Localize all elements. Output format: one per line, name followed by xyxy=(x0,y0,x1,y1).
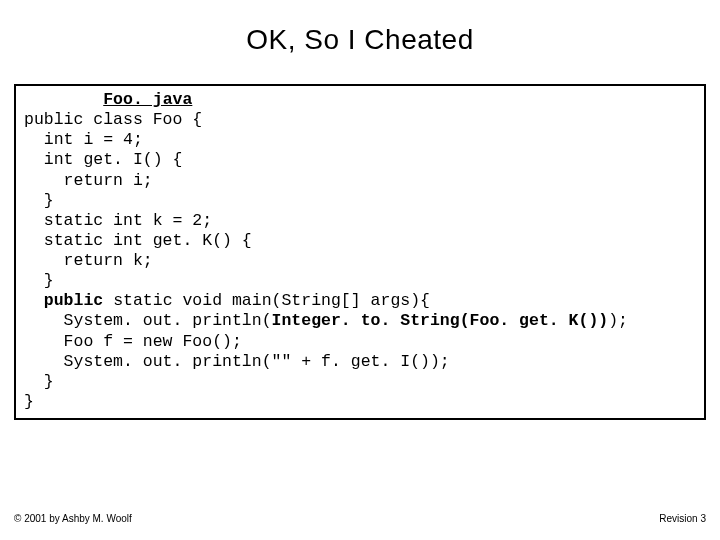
code-filename: Foo. java xyxy=(103,90,192,109)
code-line: Foo f = new Foo(); xyxy=(24,332,242,351)
code-line: System. out. println(Integer. to. String… xyxy=(24,311,628,330)
code-line: } xyxy=(24,372,54,391)
slide-title: OK, So I Cheated xyxy=(0,0,720,56)
code-line: int i = 4; xyxy=(24,130,143,149)
code-line: System. out. println("" + f. get. I()); xyxy=(24,352,450,371)
code-listing: Foo. java public class Foo { int i = 4; … xyxy=(14,84,706,420)
code-line: static int get. K() { xyxy=(24,231,252,250)
slide: OK, So I Cheated Foo. java public class … xyxy=(0,0,720,540)
code-line: public class Foo { xyxy=(24,110,202,129)
footer-copyright: © 2001 by Ashby M. Woolf xyxy=(14,513,132,524)
code-line: int get. I() { xyxy=(24,150,182,169)
code-line: static int k = 2; xyxy=(24,211,212,230)
code-line: return k; xyxy=(24,251,153,270)
code-line: } xyxy=(24,271,54,290)
code-line: public static void main(String[] args){ xyxy=(24,291,430,310)
footer-revision: Revision 3 xyxy=(659,513,706,524)
code-line: } xyxy=(24,392,34,411)
code-line: } xyxy=(24,191,54,210)
code-line: return i; xyxy=(24,171,153,190)
